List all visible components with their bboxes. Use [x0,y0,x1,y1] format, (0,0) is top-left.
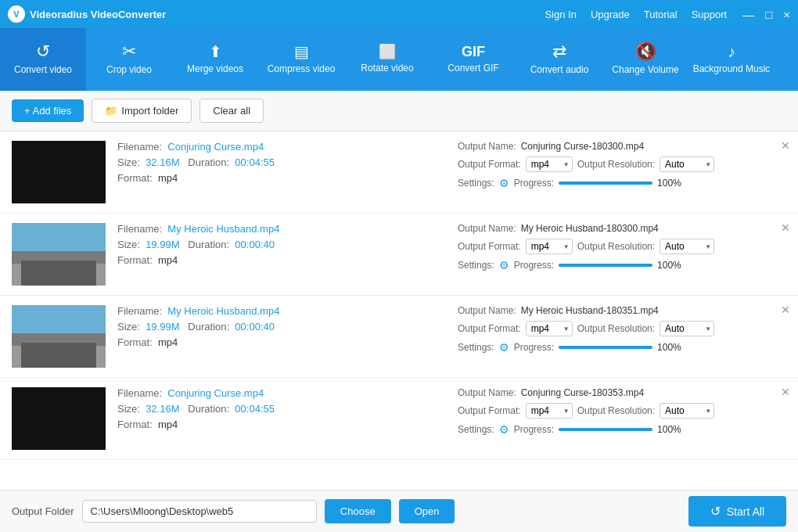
size-label-3: Size: [117,321,143,332]
window-controls: — □ × [742,8,790,21]
output-resolution-select-wrap-4[interactable]: Auto 1080p 720p 480p [660,403,714,419]
app-title: Videoradius VideoConverter [30,9,166,20]
remove-file-2[interactable]: ✕ [781,221,790,234]
output-resolution-label-2: Output Resolution: [577,241,655,252]
output-name-label-1: Output Name: [458,141,516,152]
output-resolution-select-3[interactable]: Auto 1080p 720p 480p [660,321,714,336]
output-format-select-wrap-2[interactable]: mp4 avi mkv mov [526,239,573,254]
rotate-video-label: Rotate video [361,63,413,74]
filename-value-1: Conjuring Curse.mp4 [167,141,264,153]
progress-pct-4: 100% [657,424,681,435]
progress-fill-2 [559,264,652,267]
file-info-3: Filename: My Heroic Husband.mp4 Size: 19… [117,305,458,352]
output-format-select-4[interactable]: mp4 avi mkv mov [526,403,573,419]
output-name-value-2: My Heroic Husband-180300.mp4 [521,223,659,234]
convert-gif-label: Convert GIF [448,63,498,74]
duration-value-2: 00:00:40 [235,239,275,250]
file-item-4: Filename: Conjuring Curse.mp4 Size: 32.1… [0,378,798,460]
close-button[interactable]: × [783,8,790,21]
add-files-button[interactable]: + Add files [12,99,84,122]
rotate-video-icon: ⬜ [379,45,396,59]
file-info-1: Filename: Conjuring Curse.mp4 Size: 32.1… [117,141,458,188]
output-format-select-wrap-1[interactable]: mp4 avi mkv mov [526,156,573,172]
output-format-select-1[interactable]: mp4 avi mkv mov [526,156,573,172]
settings-gear-icon-2[interactable]: ⚙ [499,259,509,271]
output-resolution-select-wrap-1[interactable]: Auto 1080p 720p 480p [660,156,714,172]
upgrade-link[interactable]: Upgrade [591,9,630,20]
signin-link[interactable]: Sign In [545,9,576,20]
nav-links: Sign In Upgrade Tutorial Support [545,9,727,20]
progress-bar-1 [559,182,652,185]
duration-value-1: 00:04:55 [235,156,275,168]
output-name-label-3: Output Name: [458,305,516,316]
tutorial-link[interactable]: Tutorial [644,9,678,20]
file-output-2: Output Name: My Heroic Husband-180300.mp… [458,223,786,276]
output-format-label-2: Output Format: [458,241,521,252]
output-resolution-label-3: Output Resolution: [577,323,655,334]
maximize-button[interactable]: □ [765,8,772,21]
file-item-1: Filename: Conjuring Curse.mp4 Size: 32.1… [0,131,798,214]
format-label-1: Format: [117,172,155,184]
settings-label-3: Settings: [458,342,494,353]
settings-gear-icon-3[interactable]: ⚙ [499,341,509,354]
duration-value-3: 00:00:40 [235,321,275,332]
output-format-label-1: Output Format: [458,159,521,170]
convert-audio-icon: ⇄ [552,43,566,60]
output-resolution-select-wrap-2[interactable]: Auto 1080p 720p 480p [660,239,714,254]
output-format-select-wrap-4[interactable]: mp4 avi mkv mov [526,403,573,419]
open-button[interactable]: Open [399,499,455,523]
progress-fill-4 [559,428,652,431]
remove-file-4[interactable]: ✕ [781,386,790,398]
clear-all-button[interactable]: Clear all [200,99,264,123]
toolbar-compress-video[interactable]: ▤ Compress video [258,28,344,91]
minimize-button[interactable]: — [742,8,754,21]
progress-bar-3 [559,346,652,349]
import-folder-button[interactable]: 📁 Import folder [92,99,192,123]
main-area: + Add files 📁 Import folder Clear all Fi… [0,91,798,490]
format-label-3: Format: [117,336,155,348]
file-thumbnail-2 [12,223,106,286]
file-output-4: Output Name: Conjuring Curse-180353.mp4 … [458,387,786,440]
output-resolution-select-1[interactable]: Auto 1080p 720p 480p [660,156,714,172]
toolbar-crop-video[interactable]: ✂ Crop video [86,28,172,91]
format-value-2: mp4 [158,254,178,266]
start-all-icon: ↺ [710,504,721,519]
output-resolution-select-2[interactable]: Auto 1080p 720p 480p [660,239,714,254]
output-format-label-3: Output Format: [458,323,521,334]
convert-gif-icon: GIF [462,45,485,59]
progress-label-4: Progress: [514,424,554,435]
settings-gear-icon-1[interactable]: ⚙ [499,177,509,189]
size-value-1: 32.16M [146,156,179,168]
output-format-select-3[interactable]: mp4 avi mkv mov [526,321,573,336]
toolbar-rotate-video[interactable]: ⬜ Rotate video [344,28,430,91]
output-folder-input[interactable] [82,500,317,523]
settings-label-2: Settings: [458,260,494,271]
toolbar-convert-audio[interactable]: ⇄ Convert audio [516,28,602,91]
settings-gear-icon-4[interactable]: ⚙ [499,423,509,436]
progress-fill-3 [559,346,652,349]
toolbar-background-music[interactable]: ♪ Background Music [688,28,775,91]
progress-label-2: Progress: [514,260,554,271]
filename-label-2: Filename: [117,223,165,235]
filename-label-4: Filename: [117,387,165,399]
output-format-select-2[interactable]: mp4 avi mkv mov [526,239,573,254]
convert-audio-label: Convert audio [530,64,589,75]
remove-file-1[interactable]: ✕ [781,139,790,152]
output-format-select-wrap-3[interactable]: mp4 avi mkv mov [526,321,573,336]
choose-button[interactable]: Choose [325,499,391,523]
support-link[interactable]: Support [692,9,728,20]
toolbar-convert-video[interactable]: ↺ Convert video [0,28,86,91]
toolbar-convert-gif[interactable]: GIF Convert GIF [430,28,516,91]
footer: Output Folder Choose Open ↺ Start All [0,490,798,532]
output-resolution-select-wrap-3[interactable]: Auto 1080p 720p 480p [660,321,714,336]
output-resolution-label-4: Output Resolution: [577,405,655,416]
title-bar: V Videoradius VideoConverter Sign In Upg… [0,0,798,28]
remove-file-3[interactable]: ✕ [781,304,790,316]
settings-label-1: Settings: [458,178,494,189]
start-all-button[interactable]: ↺ Start All [688,496,786,527]
crop-video-icon: ✂ [122,43,136,60]
toolbar-merge-videos[interactable]: ⬆ Merge videos [172,28,258,91]
toolbar-change-volume[interactable]: 🔇 Change Volume [602,28,688,91]
size-label-4: Size: [117,403,143,415]
output-resolution-select-4[interactable]: Auto 1080p 720p 480p [660,403,714,419]
